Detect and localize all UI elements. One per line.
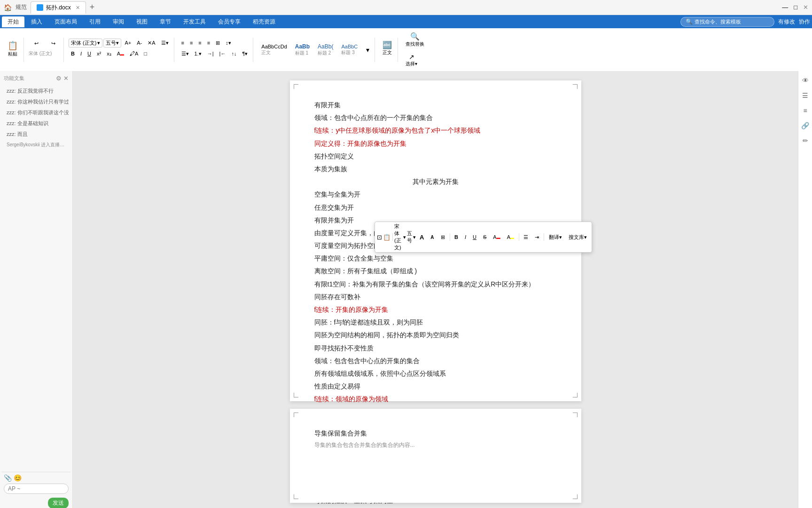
sidebar-item-2[interactable]: zzz: 你这种我估计只有学过的	[4, 96, 69, 107]
float-paste-icon[interactable]: 📋	[383, 234, 390, 241]
find-replace-button[interactable]: 🔍 查找替换	[403, 30, 427, 49]
distribute-button[interactable]: ⊞	[213, 39, 222, 48]
has-changes-indicator[interactable]: 有修改	[778, 18, 795, 26]
tab-resources[interactable]: 稻壳资源	[247, 16, 281, 27]
font-select[interactable]: 宋体 (正文) ▾	[69, 39, 102, 48]
attachment-icon[interactable]: 📎	[4, 474, 12, 482]
font-size-select[interactable]: 五号 ▾	[103, 39, 121, 48]
tab-close-button[interactable]: ✕	[76, 5, 80, 11]
paste-button[interactable]: 📋 粘贴	[5, 39, 21, 59]
numbered-list-button[interactable]: 1.▾	[192, 49, 204, 58]
window-close-button[interactable]: ✕	[803, 4, 808, 11]
align-right-button[interactable]: ≡	[196, 39, 203, 47]
italic-button[interactable]: I	[78, 49, 84, 58]
paragraph-mark-button[interactable]: ¶▾	[240, 49, 250, 58]
float-size[interactable]: 五号	[407, 230, 412, 244]
window-minimize-button[interactable]: —	[782, 4, 788, 11]
float-bold-button[interactable]: B	[452, 233, 461, 241]
right-panel-outline-button[interactable]: ≡	[801, 105, 809, 116]
page2-corner-mark-bl	[294, 494, 298, 499]
new-tab-button[interactable]: +	[90, 2, 95, 12]
right-panel-eye-button[interactable]: 👁	[800, 75, 811, 86]
float-search-library-button[interactable]: 搜文库▾	[566, 232, 590, 242]
format-more-button[interactable]: ☰▾	[159, 39, 171, 48]
superscript-button[interactable]: x²	[94, 49, 103, 58]
text-box-button[interactable]: □	[141, 49, 149, 58]
document-page-2[interactable]: 导集保留集合并集 导集的集合包含合并集合的集合的内容...	[290, 409, 581, 503]
style-normal-sample[interactable]: AaBbCcDd 正文	[258, 42, 290, 57]
sidebar-item-3[interactable]: zzz: 你们不听跟我讲这个没	[4, 107, 69, 118]
tab-review[interactable]: 审阅	[107, 16, 130, 27]
bold-button[interactable]: B	[69, 49, 77, 58]
tab-insert[interactable]: 插入	[25, 16, 48, 27]
tab-dev-tools[interactable]: 开发工具	[178, 16, 211, 27]
document-area[interactable]: 有限开集 领域：包含中心点所在的一个开集的集合 f连续：y中任意球形领域的原像为…	[73, 71, 798, 508]
float-italic-button[interactable]: I	[462, 233, 469, 241]
emoji-icon[interactable]: 😊	[14, 474, 22, 482]
sidebar-close-icon[interactable]: ✕	[63, 75, 69, 82]
styles-expand-button[interactable]: ▾	[364, 45, 372, 55]
sidebar-item-sergei[interactable]: SergeiBykovskii 进入直播间 进入直播间	[4, 140, 69, 150]
style-normal-label: 正文	[261, 49, 287, 56]
style-h2-sample[interactable]: AaBb( 标题 2	[314, 42, 336, 58]
sidebar-item-4[interactable]: zzz: 全是基础知识	[4, 118, 69, 129]
indent-decrease-button[interactable]: |←	[217, 49, 228, 58]
clear-format-button[interactable]: ✕A	[145, 39, 157, 48]
sidebar-item-5[interactable]: zzz: 而且	[4, 129, 69, 140]
float-copy-icon[interactable]: ⊡	[377, 234, 382, 241]
float-underline-button[interactable]: U	[470, 233, 479, 241]
tab-page-layout[interactable]: 页面布局	[49, 16, 83, 27]
float-list-button[interactable]: ☰	[521, 233, 531, 242]
float-strikethrough-button[interactable]: S	[480, 233, 489, 241]
bullet-list-button[interactable]: ☰▾	[179, 49, 191, 58]
tab-reference[interactable]: 引用	[84, 16, 106, 27]
underline-button[interactable]: U	[85, 49, 94, 58]
text-styles-button[interactable]: 🔤 正文	[380, 39, 395, 58]
redo-button[interactable]: ↪	[46, 39, 61, 48]
tab-view[interactable]: 视图	[131, 16, 153, 27]
sidebar-settings-icon[interactable]: ⚙	[56, 75, 62, 82]
decrease-font-button[interactable]: A-	[134, 39, 144, 47]
window-maximize-button[interactable]: □	[794, 4, 797, 11]
align-left-button[interactable]: ≡	[179, 39, 187, 47]
send-button[interactable]: 发送	[48, 498, 69, 508]
float-font-color-button[interactable]: A▬	[490, 233, 503, 241]
select-button[interactable]: ↗ 选择▾	[403, 51, 420, 69]
right-panel-layout-button[interactable]: ☰	[800, 90, 810, 101]
tab-chapter[interactable]: 章节	[154, 16, 177, 27]
search-placeholder: 查找命令、搜索模板	[695, 18, 741, 25]
float-layout-button[interactable]: ⊞	[438, 233, 448, 242]
page2-corner-mark-tl	[294, 413, 298, 417]
font-color-button[interactable]: A▬	[115, 49, 126, 58]
float-highlight-button[interactable]: A▬	[504, 233, 517, 241]
indent-increase-button[interactable]: →|	[205, 49, 216, 58]
tab-start[interactable]: 开始	[2, 16, 24, 27]
align-center-button[interactable]: ≡	[187, 39, 195, 47]
collaborate-button[interactable]: 协作	[799, 18, 810, 26]
justify-button[interactable]: ≡	[205, 39, 212, 47]
float-translate-button[interactable]: 翻译▾	[546, 232, 565, 242]
float-size-dropdown[interactable]: ▾	[413, 234, 416, 240]
float-increase-font-button[interactable]: A	[417, 232, 427, 242]
style-h3-sample[interactable]: AaBbC 标题 3	[338, 42, 361, 57]
right-panel-edit-button[interactable]: ✏	[801, 135, 810, 146]
right-panel-link-button[interactable]: 🔗	[799, 120, 811, 131]
sort-button[interactable]: ↑↓	[229, 49, 239, 58]
float-font-dropdown[interactable]: ▾	[403, 234, 406, 240]
search-bar[interactable]: 🔍 查找命令、搜索模板	[680, 17, 774, 27]
float-indent-button[interactable]: ⇥	[532, 233, 542, 242]
document-page-1[interactable]: 有限开集 领域：包含中心点所在的一个开集的集合 f连续：y中任意球形领域的原像为…	[290, 80, 581, 401]
float-decrease-font-button[interactable]: A	[428, 233, 437, 241]
increase-font-button[interactable]: A+	[122, 39, 133, 47]
sidebar-item-1[interactable]: zzz: 反正我觉得不行	[4, 86, 69, 96]
tab-vip[interactable]: 会员专享	[212, 16, 246, 27]
document-tab[interactable]: 拓扑.docx ✕	[31, 1, 86, 14]
chat-input-field[interactable]	[4, 484, 69, 494]
line-spacing-button[interactable]: ↕▾	[223, 39, 234, 48]
style-h1-sample[interactable]: AaBb 标题 1	[292, 42, 313, 58]
float-font-name[interactable]: 宋体 (正文)	[394, 223, 402, 251]
highlight-button[interactable]: 🖍A	[127, 49, 141, 58]
undo-button[interactable]: ↩	[29, 39, 44, 48]
corner-mark-br	[573, 393, 578, 397]
subscript-button[interactable]: x₂	[104, 49, 114, 58]
